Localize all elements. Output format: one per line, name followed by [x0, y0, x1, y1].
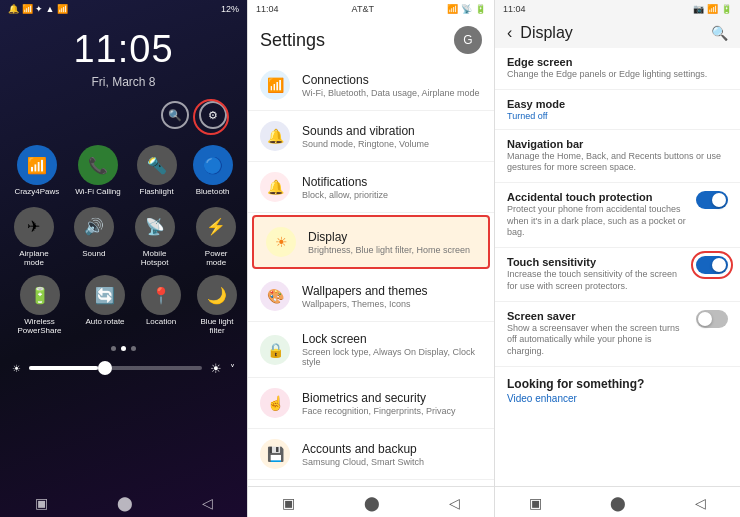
- app-airplane[interactable]: ✈ Airplane mode: [10, 207, 58, 268]
- wifi-app-icon: 📶: [17, 145, 57, 185]
- sounds-icon: 🔔: [260, 121, 290, 151]
- power-app-label: Power mode: [195, 250, 237, 268]
- page-dot: [131, 346, 136, 351]
- airplane-app-label: Airplane mode: [10, 250, 58, 268]
- display-navbar-back[interactable]: ◁: [695, 495, 706, 511]
- settings-navbar-home[interactable]: ⬤: [364, 495, 380, 511]
- sounds-desc: Sound mode, Ringtone, Volume: [302, 139, 482, 149]
- touch-sensitivity-info: Touch sensitivity Increase the touch sen…: [507, 256, 688, 292]
- lock-apps-row1: 📶 Crazy4Paws 📞 Wi-Fi Calling 🔦 Flashligh…: [0, 139, 247, 203]
- settings-time: 11:04: [256, 4, 279, 14]
- settings-status-icons: 📶 📡 🔋: [447, 4, 486, 14]
- display-navbar-home[interactable]: ⬤: [610, 495, 626, 511]
- lockscreen-text: Lock screen Screen lock type, Always On …: [302, 332, 482, 367]
- lock-screen-panel: 🔔 📶 ✦ ▲ 📶 12% 11:05 Fri, March 8 🔍 ⚙ 📶 C…: [0, 0, 247, 517]
- display-signal-icon: 📷: [693, 4, 704, 14]
- app-bluelight[interactable]: 🌙 Blue light filter: [197, 275, 237, 336]
- brightness-low-icon: ☀: [12, 363, 21, 374]
- settings-item-connections[interactable]: 📶 Connections Wi-Fi, Bluetooth, Data usa…: [248, 60, 494, 111]
- navigation-bar-section[interactable]: Navigation bar Manage the Home, Back, an…: [495, 130, 740, 183]
- video-enhancer-link[interactable]: Video enhancer: [507, 393, 728, 404]
- settings-item-wallpapers[interactable]: 🎨 Wallpapers and themes Wallpapers, Them…: [248, 271, 494, 322]
- lockscreen-name: Lock screen: [302, 332, 482, 346]
- wifi-status-icon: 📡: [461, 4, 472, 14]
- settings-item-sounds[interactable]: 🔔 Sounds and vibration Sound mode, Ringt…: [248, 111, 494, 162]
- wifi-app-label: Crazy4Paws: [14, 188, 59, 197]
- accidental-touch-toggle[interactable]: [696, 191, 728, 209]
- navbar-back-button[interactable]: ◁: [202, 495, 213, 511]
- sounds-text: Sounds and vibration Sound mode, Rington…: [302, 124, 482, 149]
- display-content: Edge screen Change the Edge panels or Ed…: [495, 48, 740, 486]
- screen-saver-toggle[interactable]: [696, 310, 728, 328]
- settings-item-notifications[interactable]: 🔔 Notifications Block, allow, prioritize: [248, 162, 494, 213]
- auto-rotate-label: Auto rotate: [85, 318, 124, 327]
- wireless-share-icon: 🔋: [20, 275, 60, 315]
- app-power[interactable]: ⚡ Power mode: [195, 207, 237, 268]
- lock-gear-icon[interactable]: ⚙: [199, 101, 227, 129]
- edge-screen-desc: Change the Edge panels or Edge lighting …: [507, 69, 728, 81]
- settings-statusbar: 11:04 AT&T 📶 📡 🔋: [248, 0, 494, 18]
- navbar-recents-button[interactable]: ▣: [35, 495, 48, 511]
- accidental-touch-section[interactable]: Accidental touch protection Protect your…: [495, 183, 740, 248]
- settings-navbar-back[interactable]: ◁: [449, 495, 460, 511]
- settings-item-biometrics[interactable]: ☝ Biometrics and security Face recogniti…: [248, 378, 494, 429]
- location-icon: 📍: [141, 275, 181, 315]
- app-sound[interactable]: 🔊 Sound: [74, 207, 114, 268]
- display-name: Display: [308, 230, 476, 244]
- lock-time: 11:05: [0, 28, 247, 71]
- settings-item-lockscreen[interactable]: 🔒 Lock screen Screen lock type, Always O…: [248, 322, 494, 378]
- signal-icon: 📶: [447, 4, 458, 14]
- screen-saver-row: Screen saver Show a screensaver when the…: [507, 310, 728, 358]
- screen-saver-info: Screen saver Show a screensaver when the…: [507, 310, 688, 358]
- navbar-home-button[interactable]: ⬤: [117, 495, 133, 511]
- lock-status-left: 🔔 📶 ✦ ▲ 📶: [8, 4, 68, 14]
- accounts-icon: 💾: [260, 439, 290, 469]
- lock-search-icon[interactable]: 🔍: [161, 101, 189, 129]
- page-dot: [111, 346, 116, 351]
- settings-navbar-recents[interactable]: ▣: [282, 495, 295, 511]
- settings-item-accounts[interactable]: 💾 Accounts and backup Samsung Cloud, Sma…: [248, 429, 494, 480]
- touch-sensitivity-section[interactable]: Touch sensitivity Increase the touch sen…: [495, 248, 740, 301]
- settings-list: 📶 Connections Wi-Fi, Bluetooth, Data usa…: [248, 60, 494, 486]
- looking-title: Looking for something?: [507, 377, 728, 391]
- wireless-share-label: Wireless PowerShare: [10, 318, 69, 336]
- back-button[interactable]: ‹: [507, 24, 512, 42]
- bluelight-label: Blue light filter: [197, 318, 237, 336]
- easy-mode-section[interactable]: Easy mode Turned off: [495, 90, 740, 130]
- lock-statusbar: 🔔 📶 ✦ ▲ 📶 12%: [0, 0, 247, 18]
- app-wifi[interactable]: 📶 Crazy4Paws: [14, 145, 59, 197]
- app-calling[interactable]: 📞 Wi-Fi Calling: [75, 145, 120, 197]
- display-navbar-recents[interactable]: ▣: [529, 495, 542, 511]
- app-location[interactable]: 📍 Location: [141, 275, 181, 336]
- display-search-button[interactable]: 🔍: [711, 25, 728, 41]
- brightness-row: ☀ ☀ ˅: [0, 355, 247, 382]
- screen-saver-section[interactable]: Screen saver Show a screensaver when the…: [495, 302, 740, 367]
- display-page-title: Display: [520, 24, 703, 42]
- app-bluetooth[interactable]: 🔵 Bluetooth: [193, 145, 233, 197]
- easy-mode-status: Turned off: [507, 111, 565, 121]
- display-navbar: ▣ ⬤ ◁: [495, 486, 740, 517]
- sound-app-icon: 🔊: [74, 207, 114, 247]
- brightness-expand-icon[interactable]: ˅: [230, 363, 235, 374]
- easy-mode-title: Easy mode: [507, 98, 565, 110]
- airplane-app-icon: ✈: [14, 207, 54, 247]
- edge-screen-section[interactable]: Edge screen Change the Edge panels or Ed…: [495, 48, 740, 90]
- app-wireless-share[interactable]: 🔋 Wireless PowerShare: [10, 275, 69, 336]
- settings-navbar: ▣ ⬤ ◁: [248, 486, 494, 517]
- display-icon: ☀: [266, 227, 296, 257]
- app-hotspot[interactable]: 📡 Mobile Hotspot: [130, 207, 179, 268]
- accounts-desc: Samsung Cloud, Smart Switch: [302, 457, 482, 467]
- settings-search-button[interactable]: G: [454, 26, 482, 54]
- easy-mode-row: Easy mode Turned off: [507, 98, 728, 121]
- display-status-icons: 📷 📶 🔋: [693, 4, 732, 14]
- app-flashlight[interactable]: 🔦 Flashlight: [137, 145, 177, 197]
- battery-status-icon: 🔋: [475, 4, 486, 14]
- notifications-name: Notifications: [302, 175, 482, 189]
- wallpapers-text: Wallpapers and themes Wallpapers, Themes…: [302, 284, 482, 309]
- app-auto-rotate[interactable]: 🔄 Auto rotate: [85, 275, 125, 336]
- settings-item-display[interactable]: ☀ Display Brightness, Blue light filter,…: [252, 215, 490, 269]
- brightness-slider[interactable]: [29, 366, 202, 370]
- lock-search-row: 🔍 ⚙: [0, 93, 247, 137]
- page-dot-active: [121, 346, 126, 351]
- gear-red-highlight: [193, 99, 229, 135]
